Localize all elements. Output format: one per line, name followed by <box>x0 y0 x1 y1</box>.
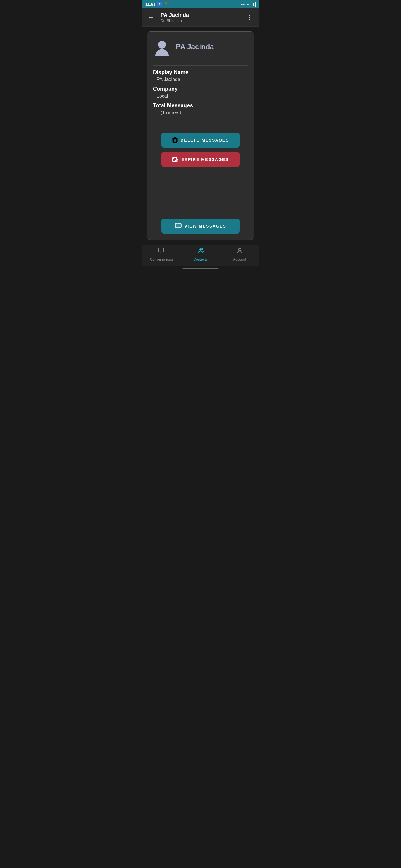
account-icon <box>236 247 243 256</box>
display-name-label: Display Name <box>153 69 248 76</box>
display-name-section: Display Name PA Jacinda <box>153 69 248 82</box>
svg-rect-14 <box>176 224 180 225</box>
back-button[interactable]: ← <box>146 12 156 23</box>
more-options-button[interactable]: ⋮ <box>245 12 255 23</box>
wifi-icon: ▾▾ <box>241 2 245 7</box>
svg-rect-4 <box>174 137 176 138</box>
view-messages-row: VIEW MESSAGES <box>153 218 248 234</box>
total-messages-value: 1 (1 unread) <box>153 110 248 116</box>
svg-point-19 <box>238 248 241 251</box>
contacts-label: Contacts <box>193 257 207 261</box>
messages-icon <box>175 223 181 229</box>
nav-item-contacts[interactable]: Contacts <box>181 247 220 261</box>
app-bar: ← PA Jacinda Dr. Shimazu ⋮ <box>142 8 259 27</box>
conversations-icon <box>158 247 165 256</box>
account-label: Account <box>233 257 246 261</box>
notification-a-icon: A <box>157 2 162 6</box>
contact-card: PA Jacinda Display Name PA Jacinda Compa… <box>146 31 255 240</box>
view-messages-button[interactable]: VIEW MESSAGES <box>161 218 240 234</box>
app-bar-title: PA Jacinda <box>161 12 245 19</box>
view-messages-label: VIEW MESSAGES <box>185 224 226 228</box>
svg-rect-1 <box>174 139 175 142</box>
svg-point-17 <box>199 248 202 251</box>
bottom-nav: Conversations Contacts Account <box>142 245 259 266</box>
app-bar-title-group: PA Jacinda Dr. Shimazu <box>161 12 245 23</box>
home-indicator <box>142 266 259 272</box>
location-icon: 📍 <box>164 2 169 7</box>
status-time: 11:51 <box>145 2 155 7</box>
avatar-torso <box>155 49 169 56</box>
divider-mid <box>153 123 248 123</box>
svg-rect-2 <box>175 139 176 142</box>
home-bar <box>182 268 219 270</box>
svg-rect-16 <box>158 248 164 252</box>
avatar-head <box>158 41 166 49</box>
expire-messages-label: EXPIRE MESSAGES <box>181 157 229 162</box>
display-name-value: PA Jacinda <box>153 77 248 82</box>
signal-icon: ▲ <box>246 2 250 6</box>
delete-messages-label: DELETE MESSAGES <box>180 138 229 143</box>
app-bar-subtitle: Dr. Shimazu <box>161 19 245 23</box>
avatar <box>153 38 171 56</box>
delete-messages-button[interactable]: DELETE MESSAGES <box>161 133 240 148</box>
contact-name-display: PA Jacinda <box>176 42 214 51</box>
contacts-icon <box>197 247 204 256</box>
trash-icon <box>172 137 178 143</box>
divider-bottom <box>153 174 248 174</box>
conversations-label: Conversations <box>150 257 173 261</box>
company-value: Local <box>153 93 248 99</box>
status-bar: 11:51 A 📍 ▾▾ ▲ ▮ <box>142 0 259 8</box>
nav-item-account[interactable]: Account <box>220 247 259 261</box>
status-bar-right: ▾▾ ▲ ▮ <box>241 1 256 7</box>
svg-rect-13 <box>175 223 181 227</box>
avatar-row: PA Jacinda <box>153 38 248 56</box>
company-section: Company Local <box>153 86 248 99</box>
avatar-body <box>155 41 169 56</box>
svg-point-18 <box>201 248 203 250</box>
total-messages-label: Total Messages <box>153 102 248 109</box>
expire-icon <box>172 156 178 162</box>
status-bar-left: 11:51 A 📍 <box>145 2 169 7</box>
nav-item-conversations[interactable]: Conversations <box>142 247 181 261</box>
divider-top <box>153 65 248 66</box>
action-buttons: DELETE MESSAGES EXPIRE MESSAGES <box>153 133 248 167</box>
expire-messages-button[interactable]: EXPIRE MESSAGES <box>161 152 240 167</box>
battery-icon: ▮ <box>251 1 256 7</box>
total-messages-section: Total Messages 1 (1 unread) <box>153 102 248 116</box>
svg-rect-15 <box>176 226 179 226</box>
card-spacer <box>153 178 248 214</box>
company-label: Company <box>153 86 248 92</box>
main-content: PA Jacinda Display Name PA Jacinda Compa… <box>142 27 259 245</box>
svg-rect-0 <box>172 138 177 143</box>
